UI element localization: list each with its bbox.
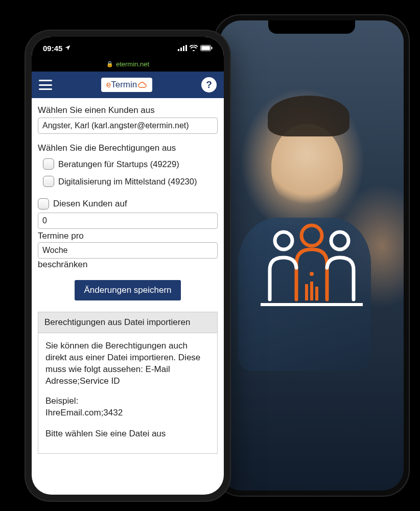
photo-hair-shape (268, 96, 349, 136)
limit-count-input[interactable] (38, 213, 218, 229)
permission-label: Beratungen für Startups (49229) (58, 159, 179, 169)
limit-suffix-label: beschränken (38, 260, 218, 270)
app-logo[interactable]: eTermin (101, 78, 152, 92)
permission-label: Digitalisierung im Mittelstand (49230) (58, 177, 197, 187)
svg-rect-11 (185, 45, 187, 51)
browser-url-bar[interactable]: 🔒 etermin.net (32, 56, 224, 72)
svg-rect-8 (178, 49, 179, 51)
permission-row[interactable]: Beratungen für Startups (49229) (38, 155, 218, 173)
checkbox-icon[interactable] (43, 176, 54, 187)
phone-notch (268, 20, 355, 34)
svg-rect-9 (180, 48, 182, 51)
limit-per-label: Termine pro (38, 231, 218, 241)
import-example-label: Beispiel: (45, 396, 210, 407)
svg-point-6 (275, 232, 292, 249)
logo-text-rest: Termin (111, 80, 137, 90)
logo-text-e: e (106, 80, 111, 90)
app-header: eTermin ? (32, 72, 224, 98)
svg-point-1 (301, 225, 322, 246)
permissions-label: Wählen Sie die Berechtigungen aus (38, 143, 218, 153)
checkbox-icon[interactable] (43, 158, 54, 170)
photo-shirt-shape (238, 218, 371, 371)
svg-point-2 (310, 272, 314, 276)
svg-point-7 (331, 232, 348, 249)
customer-select[interactable] (38, 118, 218, 134)
url-domain: etermin.net (116, 60, 149, 68)
main-content: Wählen Sie einen Kunden aus Wählen Sie d… (32, 98, 224, 495)
lock-icon: 🔒 (106, 61, 113, 67)
battery-icon (200, 45, 213, 51)
import-panel: Berechtigungen aus Datei importieren Sie… (38, 312, 218, 454)
limit-checkbox[interactable] (38, 198, 49, 210)
import-file-prompt: Bitte wählen Sie eine Datei aus (45, 428, 210, 440)
save-button[interactable]: Änderungen speichern (75, 280, 180, 300)
cellular-signal-icon (178, 45, 187, 51)
hero-phone-screen (220, 20, 404, 491)
menu-button[interactable] (39, 80, 52, 90)
help-button[interactable]: ? (201, 77, 217, 92)
wifi-icon (190, 45, 198, 51)
limit-period-select[interactable] (38, 242, 218, 259)
people-group-icon (255, 213, 368, 317)
svg-rect-14 (212, 47, 213, 50)
import-example-value: IhreEmail.com;3432 (45, 407, 210, 419)
limit-checkbox-label: Diesen Kunden auf (53, 199, 127, 209)
app-phone-mockup: 09:45 🔒 etermin.net (26, 31, 230, 501)
svg-rect-13 (201, 46, 210, 50)
import-panel-title: Berechtigungen aus Datei importieren (38, 312, 217, 333)
help-icon: ? (206, 79, 212, 90)
svg-rect-10 (183, 46, 184, 51)
logo-cloud-icon (138, 81, 147, 88)
location-arrow-icon (64, 44, 71, 53)
photo-face-shape (271, 124, 343, 211)
phone-notch (82, 37, 174, 51)
hero-phone-mockup (215, 15, 409, 496)
customer-select-label: Wählen Sie einen Kunden aus (38, 105, 218, 115)
permission-row[interactable]: Digitalisierung im Mittelstand (49230) (38, 173, 218, 190)
status-time: 09:45 (43, 44, 62, 53)
import-instructions-1: Sie können die Berechtigungen auch direk… (45, 340, 210, 387)
